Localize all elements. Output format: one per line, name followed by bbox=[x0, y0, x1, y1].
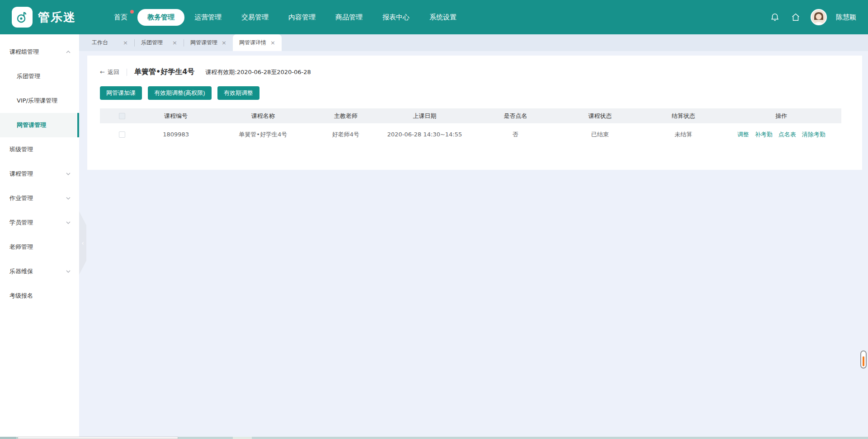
tab-online-course-detail[interactable]: 网管课详情 × bbox=[233, 34, 282, 51]
col-course-id: 课程编号 bbox=[144, 108, 207, 123]
cell-course-name: 单簧管•好学生4号 bbox=[208, 123, 319, 145]
col-teacher: 主教老师 bbox=[319, 108, 373, 123]
sidebar-item-vip-theory[interactable]: VIP/乐理课管理 bbox=[0, 89, 79, 113]
row-actions: 调整 补考勤 点名表 清除考勤 bbox=[721, 131, 841, 139]
roll-call-sheet-link[interactable]: 点名表 bbox=[778, 131, 796, 139]
sidebar-group-course-management[interactable]: 课程管理 bbox=[0, 162, 79, 186]
close-icon[interactable]: × bbox=[222, 39, 226, 46]
validity-adjust-button[interactable]: 有效期调整 bbox=[217, 86, 259, 100]
sidebar-group-course-groups[interactable]: 课程组管理 bbox=[0, 40, 79, 64]
cell-teacher: 好老师4号 bbox=[319, 123, 373, 145]
sidebar-item-class-management[interactable]: 班级管理 bbox=[0, 137, 79, 162]
back-button[interactable]: ← 返回 bbox=[100, 68, 119, 76]
nav-item-products[interactable]: 商品管理 bbox=[326, 9, 373, 26]
sidebar-item-exam-registration[interactable]: 考级报名 bbox=[0, 284, 79, 308]
nav-item-home[interactable]: 首页 bbox=[104, 9, 137, 26]
brand-logo[interactable]: 管乐迷 bbox=[12, 7, 76, 28]
chevron-down-icon bbox=[66, 220, 71, 225]
user-avatar[interactable] bbox=[811, 9, 827, 25]
table-header-row: 课程编号 课程名称 主教老师 上课日期 是否点名 课程状态 结算状态 操作 bbox=[100, 108, 841, 123]
clear-attendance-link[interactable]: 清除考勤 bbox=[802, 131, 826, 139]
horizontal-scrollbar[interactable] bbox=[0, 437, 868, 439]
brand-name: 管乐迷 bbox=[38, 9, 76, 25]
adjust-link[interactable]: 调整 bbox=[737, 131, 749, 139]
nav-item-transactions[interactable]: 交易管理 bbox=[231, 9, 278, 26]
sidebar-group-homework[interactable]: 作业管理 bbox=[0, 186, 79, 210]
sidebar-item-teachers[interactable]: 老师管理 bbox=[0, 235, 79, 259]
nav-item-reports[interactable]: 报表中心 bbox=[373, 9, 420, 26]
col-operations: 操作 bbox=[721, 108, 841, 123]
page-title: 单簧管•好学生4号 bbox=[134, 67, 194, 77]
col-settlement-status: 结算状态 bbox=[646, 108, 721, 123]
main-area: 工作台 × 乐团管理 × 网管课管理 × 网管课详情 × bbox=[79, 34, 868, 439]
tab-workbench[interactable]: 工作台 × bbox=[85, 34, 134, 51]
sidebar-group-instrument-maintenance[interactable]: 乐器维保 bbox=[0, 259, 79, 284]
tab-band-management[interactable]: 乐团管理 × bbox=[135, 34, 184, 51]
course-detail-card: ← 返回 单簧管•好学生4号 课程有效期:2020-06-28至2020-06-… bbox=[87, 56, 862, 170]
main-menu: 首页 教务管理 运营管理 交易管理 内容管理 商品管理 报表中心 系统设置 bbox=[104, 9, 467, 26]
row-checkbox[interactable] bbox=[119, 131, 125, 138]
cell-course-id: 1809983 bbox=[144, 123, 207, 145]
action-buttons-row: 网管课加课 有效期调整(高权限) 有效期调整 bbox=[100, 86, 841, 100]
sidebar: 课程组管理 乐团管理 VIP/乐理课管理 网管课管理 班级管理 课程管理 作业管… bbox=[0, 34, 79, 439]
select-all-checkbox[interactable] bbox=[119, 113, 125, 119]
chevron-up-icon bbox=[66, 49, 71, 55]
close-icon[interactable]: × bbox=[123, 39, 128, 46]
makeup-attendance-link[interactable]: 补考勤 bbox=[755, 131, 773, 139]
col-course-name: 课程名称 bbox=[208, 108, 319, 123]
nav-item-operations[interactable]: 运营管理 bbox=[184, 9, 231, 26]
nav-item-content[interactable]: 内容管理 bbox=[278, 9, 326, 26]
topbar-right-area: 陈慧颖 bbox=[769, 9, 856, 25]
add-lesson-button[interactable]: 网管课加课 bbox=[100, 86, 142, 100]
cell-roll-call: 否 bbox=[476, 123, 554, 145]
chevron-down-icon bbox=[66, 196, 71, 201]
scrollbar-light-segment bbox=[233, 437, 252, 439]
top-navigation-bar: 管乐迷 首页 教务管理 运营管理 交易管理 内容管理 商品管理 报表中心 系统设… bbox=[0, 0, 868, 34]
detail-header: ← 返回 单簧管•好学生4号 课程有效期:2020-06-28至2020-06-… bbox=[100, 67, 841, 77]
nav-item-academic[interactable]: 教务管理 bbox=[137, 9, 184, 26]
arrow-left-icon: ← bbox=[100, 69, 105, 75]
cell-date: 2020-06-28 14:30~14:55 bbox=[373, 123, 477, 145]
notification-dot bbox=[130, 10, 134, 14]
cell-settlement-status: 未结算 bbox=[646, 123, 721, 145]
horizontal-scrollbar-thumb[interactable] bbox=[18, 437, 178, 439]
sidebar-item-online-course[interactable]: 网管课管理 bbox=[0, 113, 79, 137]
chevron-down-icon bbox=[66, 171, 71, 177]
validity-adjust-high-permission-button[interactable]: 有效期调整(高权限) bbox=[148, 86, 212, 100]
close-icon[interactable]: × bbox=[172, 39, 177, 46]
header-divider bbox=[127, 69, 127, 76]
sidebar-group-label: 课程组管理 bbox=[9, 48, 39, 56]
nav-item-settings[interactable]: 系统设置 bbox=[420, 9, 467, 26]
sidebar-item-band-management[interactable]: 乐团管理 bbox=[0, 64, 79, 89]
bell-icon[interactable] bbox=[769, 11, 781, 23]
scrollbar-left-segment bbox=[0, 437, 16, 439]
tab-strip: 工作台 × 乐团管理 × 网管课管理 × 网管课详情 × bbox=[79, 34, 868, 51]
vertical-scroll-indicator[interactable] bbox=[860, 350, 867, 369]
col-course-status: 课程状态 bbox=[554, 108, 646, 123]
lessons-table: 课程编号 课程名称 主教老师 上课日期 是否点名 课程状态 结算状态 操作 bbox=[100, 108, 841, 145]
chevron-down-icon bbox=[66, 269, 71, 274]
col-roll-call: 是否点名 bbox=[476, 108, 554, 123]
course-validity: 课程有效期:2020-06-28至2020-06-28 bbox=[205, 68, 311, 76]
sidebar-group-students[interactable]: 学员管理 bbox=[0, 210, 79, 235]
col-date: 上课日期 bbox=[373, 108, 477, 123]
cell-course-status: 已结束 bbox=[554, 123, 646, 145]
close-icon[interactable]: × bbox=[270, 39, 275, 46]
chevron-left-icon: ‹ bbox=[81, 239, 84, 247]
home-icon[interactable] bbox=[790, 11, 802, 23]
music-note-icon bbox=[12, 7, 33, 28]
scroll-progress-fill bbox=[863, 356, 864, 366]
content-area: ← 返回 单簧管•好学生4号 课程有效期:2020-06-28至2020-06-… bbox=[79, 51, 868, 439]
table-row: 1809983 单簧管•好学生4号 好老师4号 2020-06-28 14:30… bbox=[100, 123, 841, 145]
tab-online-course-management[interactable]: 网管课管理 × bbox=[184, 34, 233, 51]
user-name[interactable]: 陈慧颖 bbox=[836, 13, 856, 22]
